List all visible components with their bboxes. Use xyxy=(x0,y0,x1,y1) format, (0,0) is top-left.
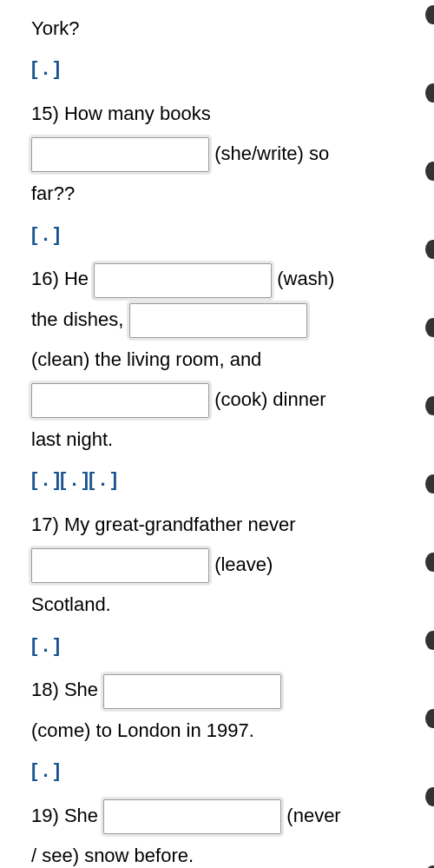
binding-hole-icon xyxy=(425,240,434,259)
question-text: She xyxy=(64,805,98,826)
question-text: He xyxy=(64,268,89,289)
question-19: 19) She (never / see) snow before. [ . ] xyxy=(31,796,408,868)
answer-input[interactable] xyxy=(31,548,209,583)
hint-link[interactable]: [ . ] xyxy=(31,752,408,789)
question-18: 18) She (come) to London in 1997. [ . ] xyxy=(31,670,408,788)
question-number: 18) xyxy=(31,679,59,700)
verb-prompt: (she/write) so xyxy=(214,142,329,164)
answer-input[interactable] xyxy=(31,383,209,418)
binding-hole-icon xyxy=(425,83,434,103)
answer-input[interactable] xyxy=(31,137,209,172)
question-16: 16) He (wash) the dishes, (clean) the li… xyxy=(31,259,408,498)
answer-input[interactable] xyxy=(129,303,307,338)
binding-hole-icon xyxy=(425,631,434,650)
question-number: 17) xyxy=(31,514,59,535)
hint-link[interactable]: [ . ] xyxy=(31,50,408,87)
verb-prompt: (wash) xyxy=(277,268,334,289)
question-text: York? xyxy=(31,17,79,39)
question-text: / see) snow before. xyxy=(31,845,194,866)
hint-link[interactable]: [ . ] xyxy=(31,627,408,664)
binding-hole-icon xyxy=(425,709,434,728)
hint-link[interactable]: [ . ] xyxy=(31,216,408,253)
question-text: She xyxy=(64,679,98,700)
binding-hole-icon xyxy=(425,162,434,181)
spiral-binding xyxy=(422,0,434,868)
binding-hole-icon xyxy=(425,474,434,494)
question-14-fragment: York? [ . ] xyxy=(31,9,408,87)
hint-link[interactable]: [ . ][ . ][ . ] xyxy=(31,461,408,498)
verb-prompt: (leave) xyxy=(214,553,273,575)
verb-prompt: (never xyxy=(286,805,340,826)
question-number: 19) xyxy=(31,805,59,826)
question-text: far?? xyxy=(31,182,75,204)
binding-hole-icon xyxy=(425,396,434,415)
question-text: (clean) the living room, and xyxy=(31,348,261,370)
question-text: Scotland. xyxy=(31,593,111,615)
binding-hole-icon xyxy=(425,318,434,337)
binding-hole-icon xyxy=(425,787,434,806)
binding-hole-icon xyxy=(425,553,434,572)
question-number: 16) xyxy=(31,268,59,289)
exercise-content: York? [ . ] 15) How many books (she/writ… xyxy=(31,9,434,868)
question-number: 15) xyxy=(31,103,59,124)
question-text: My great-grandfather never xyxy=(64,514,296,535)
question-15: 15) How many books (she/write) so far?? … xyxy=(31,94,408,252)
question-text: How many books xyxy=(64,103,211,124)
question-text: last night. xyxy=(31,428,113,450)
binding-hole-icon xyxy=(425,5,434,24)
answer-input[interactable] xyxy=(94,263,272,298)
verb-prompt: (cook) dinner xyxy=(214,388,326,410)
question-text: the dishes, xyxy=(31,308,123,330)
answer-input[interactable] xyxy=(103,799,281,834)
answer-input[interactable] xyxy=(103,674,281,709)
question-17: 17) My great-grandfather never (leave) S… xyxy=(31,505,408,663)
question-text: (come) to London in 1997. xyxy=(31,719,254,741)
